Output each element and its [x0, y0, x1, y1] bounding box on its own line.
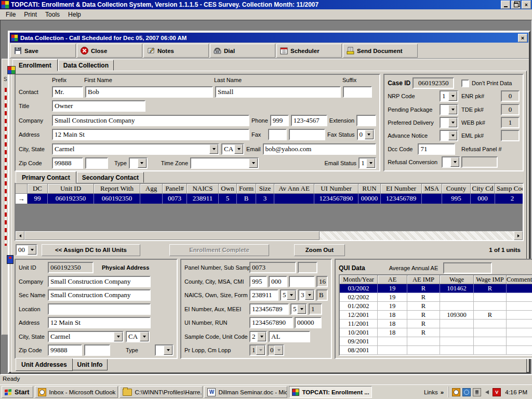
enrollment-complete-button[interactable]: Enrollment Complete — [169, 244, 269, 256]
dropdown-arrow-icon[interactable] — [138, 158, 147, 168]
grid-column-header[interactable]: Unit ID — [48, 184, 94, 194]
grid-column-header[interactable]: County — [442, 184, 471, 194]
size-dropdown[interactable]: 3 — [298, 289, 315, 301]
dropdown-arrow-icon[interactable] — [448, 118, 457, 127]
grid-column-header[interactable]: UI Number — [314, 184, 358, 194]
qui-table-row[interactable]: 11/2001 18 R — [340, 320, 532, 328]
grid-column-header[interactable]: DC — [28, 184, 48, 194]
fax-status-dropdown[interactable]: 0 — [357, 129, 375, 140]
zoom-out-button[interactable]: Zoom Out — [294, 244, 345, 256]
tab-secondary-contact[interactable]: Secondary Contact — [77, 172, 144, 183]
city-code-input[interactable] — [269, 276, 287, 287]
links-toolbar[interactable]: Links » — [421, 389, 447, 395]
dont-print-checkbox[interactable] — [461, 79, 469, 87]
grid-horizontal-scrollbar[interactable] — [16, 231, 523, 240]
qui-table-row[interactable]: 02/2002 19 R — [340, 293, 532, 302]
tray-network-icon[interactable] — [462, 388, 471, 396]
dropdown-arrow-icon[interactable] — [249, 158, 258, 168]
dropdown-arrow-icon[interactable] — [28, 245, 36, 255]
dropdown-arrow-icon[interactable] — [365, 130, 374, 139]
unit-zip4-input[interactable] — [84, 344, 110, 356]
dropdown-arrow-icon[interactable] — [256, 345, 265, 355]
qui-table-row[interactable]: 12/2001 18 R 109300 R — [340, 311, 532, 320]
unit-zip-input[interactable] — [48, 344, 82, 356]
qui-table-row[interactable]: 01/2002 19 R — [340, 302, 532, 311]
scroll-left-button[interactable] — [16, 231, 24, 240]
dropdown-arrow-icon[interactable] — [305, 290, 314, 300]
cm-lopp-dropdown[interactable]: 0 — [268, 344, 284, 356]
qui-col-ae-imp[interactable]: AE IMP — [407, 275, 440, 284]
grid-column-header[interactable]: Form — [237, 184, 256, 194]
dropdown-arrow-icon[interactable] — [448, 91, 457, 101]
time-zone-dropdown[interactable] — [190, 157, 259, 169]
grid-data-row[interactable]: → 9906019235006019235000732389115B312345… — [16, 194, 523, 204]
send-document-button[interactable]: Send Document — [343, 44, 418, 58]
qui-table-row[interactable]: 10/2001 18 R — [340, 328, 532, 337]
unit-company-input[interactable] — [48, 276, 151, 287]
zip4-input[interactable] — [85, 157, 108, 169]
first-name-input[interactable] — [85, 86, 213, 98]
task-word-document[interactable]: W Dillman Seminar.doc - Mic... — [204, 386, 287, 398]
minimize-button[interactable] — [501, 1, 510, 9]
sec-name-input[interactable] — [48, 289, 151, 301]
prefix-input[interactable] — [52, 86, 83, 98]
pr-lopp-dropdown[interactable]: 1 — [249, 344, 266, 356]
qui-table-row[interactable]: 03/2002 19 R 101462 R — [340, 284, 532, 293]
save-button[interactable]: Save — [10, 44, 76, 58]
menu-tools[interactable]: Tools — [42, 10, 63, 19]
nrp-code-dropdown[interactable]: 1 — [440, 90, 458, 102]
city-dropdown[interactable]: Carmel — [52, 143, 219, 155]
dropdown-arrow-icon[interactable] — [450, 157, 459, 167]
dropdown-arrow-icon[interactable] — [448, 105, 457, 114]
tab-data-collection[interactable]: Data Collection — [58, 60, 114, 71]
dropdown-arrow-icon[interactable] — [114, 332, 123, 341]
start-button[interactable]: Start — [2, 386, 33, 398]
grid-column-header[interactable]: City Cd — [471, 184, 495, 194]
grid-column-header[interactable]: NAICS — [187, 184, 219, 194]
scheduler-button[interactable]: Scheduler — [276, 44, 342, 58]
qui-col-ae[interactable]: AE — [378, 275, 407, 284]
fax-area-input[interactable] — [268, 129, 287, 140]
minimized-window-icon[interactable] — [7, 66, 16, 74]
assign-dc-button[interactable]: << Assign DC to All Units — [42, 244, 140, 256]
tab-primary-contact[interactable]: Primary Contact — [16, 171, 76, 183]
unit-city-dropdown[interactable]: Carmel — [48, 331, 124, 342]
tray-lock-icon[interactable] — [473, 388, 481, 396]
suffix-input[interactable] — [343, 86, 372, 98]
last-name-input[interactable] — [215, 86, 341, 98]
fax-number-input[interactable] — [289, 129, 325, 140]
close-dialog-button[interactable]: Close — [77, 44, 142, 58]
aux-dropdown[interactable]: 5 — [290, 303, 307, 315]
unit-address-input[interactable] — [48, 317, 151, 328]
dropdown-arrow-icon[interactable] — [287, 290, 296, 300]
phone-number-input[interactable] — [291, 115, 327, 126]
dropdown-arrow-icon[interactable] — [164, 345, 172, 355]
tab-unit-info[interactable]: Unit Info — [73, 359, 108, 370]
state-dropdown[interactable]: CA — [221, 143, 244, 155]
unit-type-dropdown[interactable] — [155, 344, 174, 356]
dcc-code-input[interactable] — [418, 143, 455, 155]
tray-clock-icon[interactable] — [452, 388, 460, 396]
grid-column-header[interactable]: Av Ann AE — [274, 184, 314, 194]
grid-column-header[interactable]: Size — [256, 184, 274, 194]
title-input[interactable] — [52, 100, 145, 112]
qui-col-wage[interactable]: Wage — [440, 275, 474, 284]
tab-unit-addresses[interactable]: Unit Addresses — [16, 358, 73, 371]
naics-input[interactable] — [249, 289, 278, 301]
county-input[interactable] — [249, 276, 267, 287]
grid-column-header[interactable]: Samp Code — [495, 184, 523, 194]
phone-area-input[interactable] — [270, 115, 289, 126]
dropdown-arrow-icon[interactable] — [234, 144, 243, 154]
grid-column-header[interactable]: RUN — [358, 184, 381, 194]
grid-column-header[interactable]: Panel# — [163, 184, 187, 194]
dialog-close-button[interactable]: × — [518, 34, 527, 42]
grid-column-header[interactable]: EI Number — [381, 184, 422, 194]
notes-button[interactable]: Notes — [143, 44, 209, 58]
ei-number-input[interactable] — [249, 303, 289, 315]
advance-notice-dropdown[interactable] — [440, 130, 458, 141]
preferred-delivery-dropdown[interactable] — [440, 117, 458, 128]
unit-state-dropdown[interactable]: CA — [126, 331, 150, 342]
grid-column-header[interactable]: Agg — [140, 184, 163, 194]
scroll-right-button[interactable] — [514, 231, 523, 240]
dial-button[interactable]: Dial — [210, 44, 275, 58]
